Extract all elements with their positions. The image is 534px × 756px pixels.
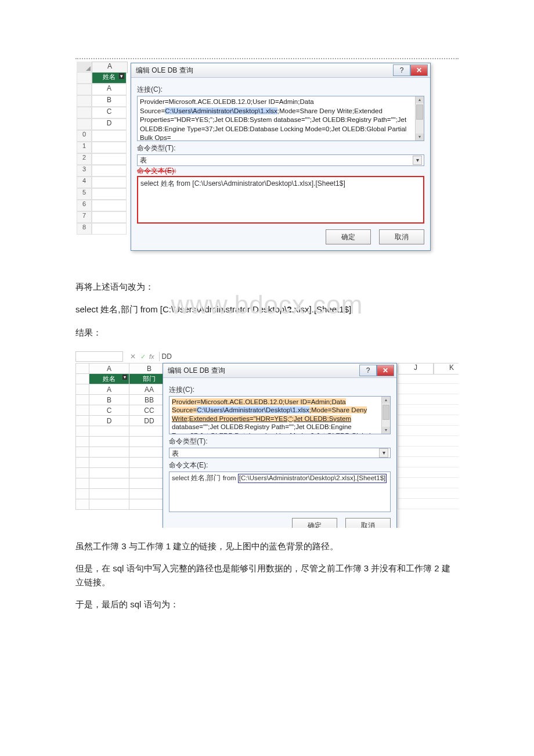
cell[interactable]: A (89, 384, 129, 395)
dialog-titlebar[interactable]: 编辑 OLE DB 查询 ? ✕ (163, 363, 396, 378)
command-type-value: 表 (140, 157, 147, 164)
row-headers: 0 1 2 3 4 5 6 7 8 (77, 72, 92, 235)
cell[interactable] (92, 177, 127, 188)
row-header[interactable] (77, 107, 92, 118)
row-header[interactable]: 1 (77, 142, 92, 153)
row-header[interactable]: 5 (77, 188, 92, 200)
formula-bar-value[interactable]: DD (162, 352, 172, 361)
table-header-name[interactable]: 姓名 (92, 72, 127, 84)
scrollbar[interactable]: ▴ ▾ (415, 96, 424, 141)
row-header[interactable] (77, 95, 92, 107)
paragraph: 但是，在 sql 语句中写入完整的路径也是能够引用数据的，尽管之前工作簿 3 并… (75, 561, 459, 589)
connection-textarea[interactable]: Provider=Microsoft.ACE.OLEDB.12.0;User I… (169, 396, 391, 434)
command-text-prefix: select 姓名,部门 from (172, 474, 238, 481)
watermark: www.bdocx.com (171, 290, 363, 319)
scroll-down-icon[interactable]: ▾ (382, 427, 390, 434)
conn-text-highlight: ;Mode=Share Deny (309, 406, 367, 413)
scroll-up-icon[interactable]: ▴ (382, 397, 390, 404)
command-text-label: 命令文本(E): (169, 460, 391, 470)
cancel-button[interactable]: 取消 (379, 229, 424, 244)
connection-textarea[interactable]: Provider=Microsoft.ACE.OLEDB.12.0;User I… (137, 96, 424, 141)
command-type-select[interactable]: 表 (137, 154, 424, 166)
close-icon[interactable]: ✕ (410, 64, 428, 76)
cell[interactable]: D (92, 118, 127, 130)
help-icon[interactable]: ? (359, 365, 377, 376)
separator (159, 352, 160, 361)
cell[interactable] (92, 165, 127, 177)
dialog-titlebar[interactable]: 编辑 OLE DB 查询 ? ✕ (131, 63, 430, 78)
column-header[interactable]: J (398, 363, 434, 375)
formula-bar: ✕ ✓ fx DD (75, 351, 459, 362)
column-header[interactable]: A (89, 363, 129, 374)
figure-1: A 0 1 2 3 4 5 6 7 8 姓名 A B C D (75, 58, 459, 268)
row-header[interactable]: 6 (77, 200, 92, 211)
scroll-down-icon[interactable]: ▾ (416, 134, 424, 141)
close-icon[interactable]: ✕ (377, 365, 394, 376)
row-header[interactable]: 2 (77, 153, 92, 165)
table-header-name[interactable]: 姓名 (89, 374, 129, 384)
fx-icon[interactable]: fx (149, 353, 154, 360)
cell[interactable] (92, 130, 127, 142)
cell[interactable] (92, 188, 127, 200)
row-header[interactable] (76, 374, 89, 384)
ole-db-query-dialog: 编辑 OLE DB 查询 ? ✕ 连接(C): Provider=Microso… (131, 63, 431, 251)
command-type-select[interactable]: 表 (169, 448, 391, 458)
data-column-A: 姓名 A B C D (92, 72, 127, 235)
row-header[interactable] (77, 72, 92, 84)
column-header-A[interactable]: A (92, 62, 128, 73)
row-header[interactable] (77, 84, 92, 95)
cancel-button[interactable]: 取消 (345, 518, 391, 528)
right-column-headers: J K (398, 363, 459, 375)
cell[interactable]: A (92, 84, 127, 95)
row-header[interactable]: 0 (77, 130, 92, 142)
scroll-thumb[interactable] (416, 105, 423, 120)
cell[interactable] (92, 153, 127, 165)
row-header[interactable] (76, 405, 89, 416)
select-all-cell[interactable] (77, 62, 92, 72)
row-header[interactable]: 4 (77, 177, 92, 188)
scrollbar[interactable]: ▴ ▾ (381, 397, 390, 434)
command-text-textarea[interactable]: select 姓名,部门 from [C:\Users\Administrato… (169, 471, 391, 512)
row-header[interactable]: 3 (77, 165, 92, 177)
row-header[interactable] (76, 384, 89, 395)
row-header[interactable]: 8 (77, 223, 92, 235)
conn-path-highlight: C:\Users\Administrator\Desktop\1.xlsx (165, 107, 277, 114)
cell[interactable]: C (92, 107, 127, 118)
ok-button[interactable]: 确定 (292, 518, 337, 528)
cell[interactable] (92, 211, 127, 223)
ole-db-query-dialog: 编辑 OLE DB 查询 ? ✕ 连接(C): Provider=Microso… (163, 363, 397, 528)
cell[interactable] (92, 142, 127, 153)
column-header[interactable]: K (434, 363, 459, 375)
row-header[interactable] (76, 395, 89, 405)
scroll-thumb[interactable] (383, 405, 389, 420)
connection-label: 连接(C): (137, 85, 424, 95)
row-header[interactable]: 7 (77, 211, 92, 223)
help-icon[interactable]: ? (393, 64, 410, 76)
cell[interactable] (92, 223, 127, 235)
command-text-textarea[interactable]: select 姓名 from [C:\Users\Administrator\D… (137, 176, 424, 224)
paragraph: 虽然工作簿 3 与工作簿 1 建立的链接，见上图中的蓝色背景的路径。 (75, 539, 459, 553)
cell[interactable] (92, 200, 127, 211)
scroll-up-icon[interactable]: ▴ (416, 96, 424, 103)
right-blank-cells (398, 373, 459, 509)
worksheet-grid: A B 姓名 部门 AAA BBB CCC DDD (75, 363, 169, 510)
paragraph: 于是，最后的 sql 语句为： (75, 597, 459, 611)
row-header[interactable] (77, 118, 92, 130)
cell[interactable]: B (89, 395, 129, 405)
cell[interactable]: B (92, 95, 127, 107)
paragraph: 结果： (75, 326, 459, 340)
figure-2: ✕ ✓ fx DD A B 姓名 部门 AAA BBB CCC (75, 348, 459, 528)
enter-icon[interactable]: ✓ (140, 353, 146, 361)
command-type-label: 命令类型(T): (169, 437, 391, 447)
ok-button[interactable]: 确定 (326, 229, 371, 244)
row-header[interactable] (76, 416, 89, 426)
cell[interactable]: D (89, 416, 129, 426)
cancel-icon[interactable]: ✕ (130, 352, 136, 361)
connection-label: 连接(C): (169, 385, 391, 395)
select-all-cell[interactable] (76, 363, 89, 374)
name-box[interactable] (75, 351, 123, 362)
cell[interactable]: C (89, 405, 129, 416)
dialog-title: 编辑 OLE DB 查询 (168, 366, 225, 376)
conn-text: database="";Jet OLEDB:Registry Path="";J… (172, 423, 371, 434)
command-text-path-boxed: [C:\Users\Administrator\Desktop\2.xlsx].… (238, 474, 387, 483)
